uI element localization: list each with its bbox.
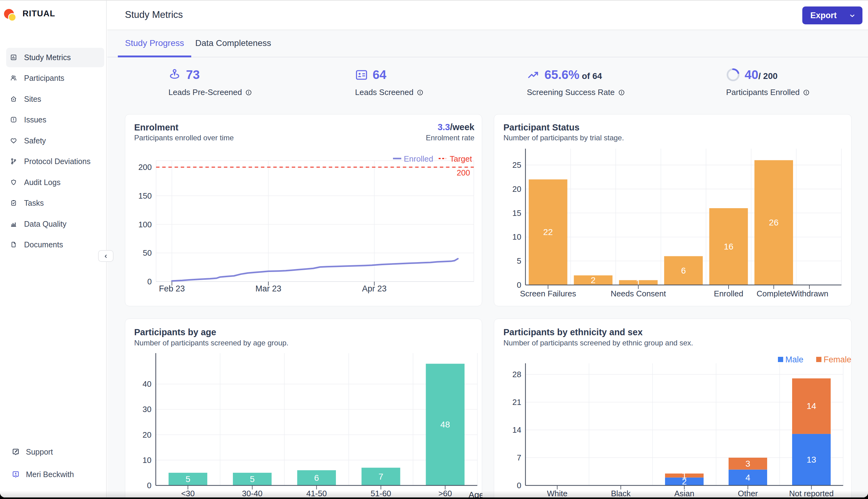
svg-text:Apr 23: Apr 23 [362, 284, 387, 293]
svg-text:Enrolled: Enrolled [404, 154, 433, 163]
svg-text:Mar 23: Mar 23 [255, 284, 281, 293]
svg-text:25: 25 [512, 160, 521, 170]
svg-text:2: 2 [591, 276, 596, 285]
svg-text:40: 40 [143, 379, 151, 389]
svg-text:5: 5 [517, 256, 521, 266]
svg-text:20: 20 [143, 430, 151, 439]
svg-text:200: 200 [138, 162, 152, 172]
svg-text:10: 10 [143, 455, 151, 465]
svg-text:21: 21 [512, 398, 521, 407]
svg-text:28: 28 [512, 370, 521, 379]
svg-text:3: 3 [746, 459, 750, 468]
svg-text:7: 7 [517, 453, 521, 462]
svg-text:200: 200 [457, 168, 470, 177]
svg-text:Target: Target [450, 154, 472, 163]
svg-text:10: 10 [512, 232, 521, 242]
svg-text:Needs Consent: Needs Consent [611, 289, 666, 298]
svg-text:6: 6 [314, 473, 319, 483]
svg-text:4: 4 [746, 473, 750, 482]
svg-text:6: 6 [681, 266, 686, 276]
svg-text:20: 20 [512, 184, 521, 194]
svg-text:Feb 23: Feb 23 [159, 284, 185, 293]
svg-text:Female: Female [823, 355, 851, 364]
svg-text:Withdrawn: Withdrawn [791, 289, 829, 298]
svg-text:7: 7 [378, 472, 383, 482]
svg-text:100: 100 [138, 220, 152, 229]
svg-text:1: 1 [682, 471, 687, 480]
svg-text:Complete: Complete [757, 289, 791, 298]
svg-text:5: 5 [185, 474, 190, 484]
svg-text:0: 0 [147, 277, 152, 286]
svg-text:0: 0 [517, 481, 521, 490]
svg-text:48: 48 [440, 420, 450, 429]
svg-text:0: 0 [517, 280, 521, 290]
svg-text:5: 5 [250, 474, 255, 484]
svg-text:0: 0 [147, 481, 151, 490]
svg-text:50: 50 [143, 248, 152, 257]
svg-text:13: 13 [807, 455, 816, 464]
svg-text:14: 14 [512, 425, 521, 435]
svg-text:16: 16 [724, 242, 733, 251]
svg-text:150: 150 [138, 191, 152, 200]
svg-text:30: 30 [143, 405, 151, 414]
svg-text:15: 15 [512, 208, 521, 218]
svg-text:26: 26 [769, 218, 779, 227]
svg-text:Enrolled: Enrolled [714, 289, 743, 298]
svg-text:14: 14 [807, 401, 816, 411]
svg-text:22: 22 [543, 227, 553, 237]
svg-text:Screen Failures: Screen Failures [520, 289, 576, 298]
svg-text:Male: Male [785, 355, 804, 364]
